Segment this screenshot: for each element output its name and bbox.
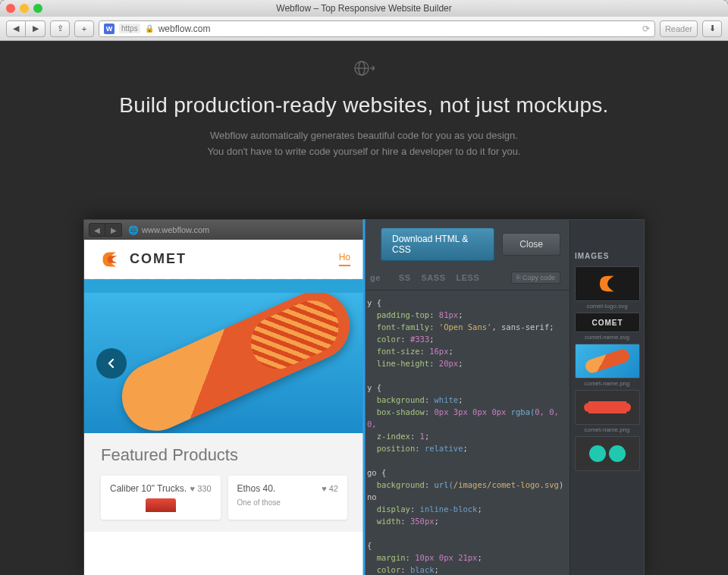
site-nav-home[interactable]: Ho [339, 252, 350, 266]
hero-section: Build production-ready websites, not jus… [0, 41, 728, 160]
browser-toolbar: ◀ ▶ ⇪ + W https 🔒 webflow.com ⟳ Reader ⬇ [0, 17, 728, 41]
code-format-tabs: ge SS SASS LESS ⎘Copy code [364, 269, 570, 291]
featured-products-section: Featured Products Caliber 10" Trucks. ♥3… [84, 433, 364, 532]
product-card[interactable]: Ethos 40. ♥42 One of those [228, 476, 348, 520]
downloads-button[interactable]: ⬇ [702, 20, 722, 37]
asset-thumb[interactable]: comet-name.png [575, 344, 639, 387]
inner-forward-button[interactable]: ▶ [105, 223, 122, 237]
code-export-pane: Download HTML & CSS Close ge SS SASS LES… [364, 220, 644, 575]
site-brand-text: COMET [130, 251, 187, 267]
inner-browser-chrome: ◀ ▶ 🌐 www.webflow.com [84, 220, 364, 240]
share-button[interactable]: ⇪ [50, 20, 70, 37]
heart-icon: ♥ [190, 484, 196, 493]
lock-icon: 🔒 [145, 24, 154, 33]
zoom-window-button[interactable] [33, 4, 42, 13]
tab-less[interactable]: LESS [457, 273, 480, 282]
chevron-left-icon [106, 358, 117, 369]
comet-logo-icon [98, 247, 122, 272]
wave-divider [84, 279, 364, 293]
carousel-prev-button[interactable] [96, 348, 127, 379]
inner-back-button[interactable]: ◀ [89, 223, 105, 237]
protocol-badge: https [119, 24, 140, 33]
inner-url-bar: 🌐 www.webflow.com [128, 225, 209, 235]
asset-thumb[interactable]: comet-logo.svg [575, 266, 639, 309]
tab-css[interactable]: SS [399, 273, 411, 282]
favicon-icon: W [104, 24, 115, 34]
download-html-css-button[interactable]: Download HTML & CSS [381, 228, 494, 261]
forward-button[interactable]: ▶ [26, 20, 46, 37]
globe-icon: 🌐 [128, 225, 139, 235]
safari-window: Webflow – Top Responsive Website Builder… [0, 0, 728, 575]
window-titlebar: Webflow – Top Responsive Website Builder [0, 0, 728, 17]
url-text: webflow.com [158, 24, 211, 34]
hero-subtext-1: Webflow automatically generates beautifu… [0, 128, 728, 144]
images-panel-title: IMAGES [575, 252, 639, 260]
hero-image-carousel [84, 293, 364, 433]
images-assets-panel: IMAGES comet-logo.svg COMET comet-name.s… [570, 220, 644, 575]
copy-code-button[interactable]: ⎘Copy code [511, 272, 560, 284]
product-desc: One of those [237, 498, 339, 507]
hero-subtext-2: You don't have to write code yourself or… [0, 144, 728, 160]
likes-count: ♥330 [190, 483, 212, 494]
tab-fragment[interactable]: ge [370, 273, 381, 282]
reader-button[interactable]: Reader [660, 20, 698, 37]
window-title: Webflow – Top Responsive Website Builder [0, 3, 728, 14]
close-panel-button[interactable]: Close [502, 233, 560, 256]
close-window-button[interactable] [6, 4, 15, 13]
product-title: Caliber 10" Trucks. [110, 483, 187, 494]
url-bar[interactable]: W https 🔒 webflow.com ⟳ [99, 20, 655, 37]
back-button[interactable]: ◀ [6, 20, 26, 37]
product-thumb [146, 498, 176, 512]
heart-icon: ♥ [322, 484, 327, 493]
product-card[interactable]: Caliber 10" Trucks. ♥330 [101, 476, 221, 520]
design-preview-pane: ◀ ▶ 🌐 www.webflow.com COMET Ho [84, 220, 364, 575]
product-title: Ethos 40. [237, 483, 276, 494]
clipboard-icon: ⎘ [516, 274, 520, 281]
featured-heading: Featured Products [101, 445, 347, 465]
add-button[interactable]: + [74, 20, 94, 37]
likes-count: ♥42 [322, 483, 338, 494]
code-viewer[interactable]: y { padding-top: 81px; font-family: 'Ope… [364, 291, 570, 575]
asset-thumb[interactable]: comet-name.png [575, 390, 639, 433]
globe-arrow-icon [0, 60, 728, 80]
asset-thumb[interactable]: COMET comet-name.svg [575, 313, 639, 341]
asset-thumb[interactable] [575, 436, 639, 471]
webpage-content: Build production-ready websites, not jus… [0, 41, 728, 575]
split-slider-handle[interactable] [363, 219, 366, 575]
minimize-window-button[interactable] [20, 4, 29, 13]
reload-icon[interactable]: ⟳ [642, 24, 650, 34]
hero-heading: Build production-ready websites, not jus… [0, 93, 728, 118]
skateboard-graphic [111, 293, 361, 433]
traffic-lights [6, 4, 42, 13]
inner-url-text: www.webflow.com [142, 225, 209, 234]
tab-sass[interactable]: SASS [422, 273, 446, 282]
